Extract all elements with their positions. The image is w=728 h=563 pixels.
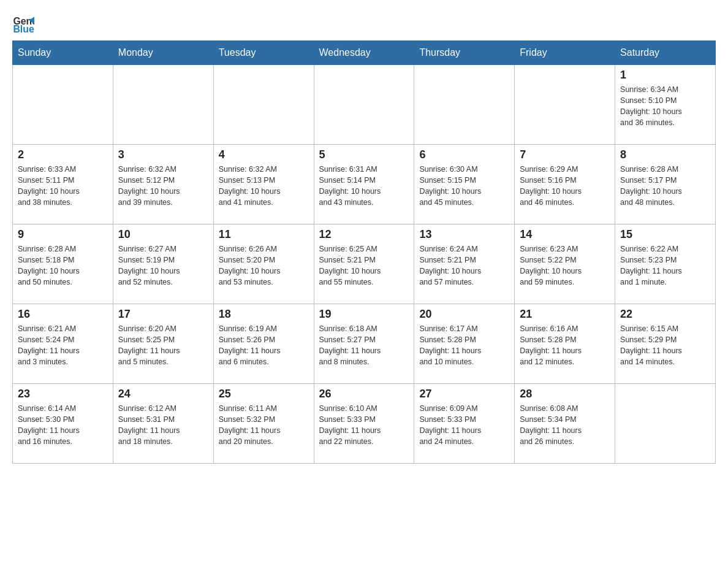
day-number: 24	[118, 388, 208, 400]
calendar-week-5: 23Sunrise: 6:14 AMSunset: 5:30 PMDayligh…	[13, 384, 716, 464]
calendar-cell: 22Sunrise: 6:15 AMSunset: 5:29 PMDayligh…	[615, 304, 716, 384]
day-number: 23	[18, 388, 108, 400]
day-number: 13	[419, 228, 509, 241]
day-info: Sunrise: 6:33 AMSunset: 5:11 PMDaylight:…	[18, 164, 108, 209]
day-info: Sunrise: 6:14 AMSunset: 5:30 PMDaylight:…	[18, 403, 108, 448]
day-number: 9	[18, 228, 108, 241]
calendar-week-2: 2Sunrise: 6:33 AMSunset: 5:11 PMDaylight…	[13, 145, 716, 224]
day-info: Sunrise: 6:18 AMSunset: 5:27 PMDaylight:…	[319, 323, 409, 368]
page-header: General Blue	[12, 12, 716, 34]
calendar-cell	[515, 65, 615, 145]
day-info: Sunrise: 6:23 AMSunset: 5:22 PMDaylight:…	[520, 243, 610, 288]
calendar-cell: 16Sunrise: 6:21 AMSunset: 5:24 PMDayligh…	[13, 304, 113, 384]
day-info: Sunrise: 6:26 AMSunset: 5:20 PMDaylight:…	[219, 243, 309, 288]
calendar-cell	[213, 65, 314, 145]
day-info: Sunrise: 6:32 AMSunset: 5:13 PMDaylight:…	[219, 164, 309, 209]
day-number: 17	[118, 308, 208, 321]
calendar-cell: 20Sunrise: 6:17 AMSunset: 5:28 PMDayligh…	[414, 304, 515, 384]
calendar-cell	[13, 65, 113, 145]
day-info: Sunrise: 6:21 AMSunset: 5:24 PMDaylight:…	[18, 323, 108, 368]
day-number: 28	[520, 388, 610, 400]
calendar-week-4: 16Sunrise: 6:21 AMSunset: 5:24 PMDayligh…	[13, 304, 716, 384]
day-number: 25	[219, 388, 309, 400]
day-info: Sunrise: 6:09 AMSunset: 5:33 PMDaylight:…	[419, 403, 509, 448]
day-info: Sunrise: 6:17 AMSunset: 5:28 PMDaylight:…	[419, 323, 509, 368]
calendar-cell: 17Sunrise: 6:20 AMSunset: 5:25 PMDayligh…	[113, 304, 213, 384]
day-info: Sunrise: 6:12 AMSunset: 5:31 PMDaylight:…	[118, 403, 208, 448]
day-info: Sunrise: 6:28 AMSunset: 5:18 PMDaylight:…	[18, 243, 108, 288]
weekday-header-row: SundayMondayTuesdayWednesdayThursdayFrid…	[13, 41, 716, 65]
calendar-cell: 10Sunrise: 6:27 AMSunset: 5:19 PMDayligh…	[113, 224, 213, 304]
day-info: Sunrise: 6:27 AMSunset: 5:19 PMDaylight:…	[118, 243, 208, 288]
calendar-cell: 13Sunrise: 6:24 AMSunset: 5:21 PMDayligh…	[414, 224, 515, 304]
calendar-table: SundayMondayTuesdayWednesdayThursdayFrid…	[12, 40, 716, 464]
day-info: Sunrise: 6:16 AMSunset: 5:28 PMDaylight:…	[520, 323, 610, 368]
calendar-cell: 21Sunrise: 6:16 AMSunset: 5:28 PMDayligh…	[515, 304, 615, 384]
day-info: Sunrise: 6:11 AMSunset: 5:32 PMDaylight:…	[219, 403, 309, 448]
calendar-cell: 11Sunrise: 6:26 AMSunset: 5:20 PMDayligh…	[213, 224, 314, 304]
day-info: Sunrise: 6:24 AMSunset: 5:21 PMDaylight:…	[419, 243, 509, 288]
day-number: 22	[620, 308, 710, 321]
calendar-cell	[414, 65, 515, 145]
calendar-cell: 28Sunrise: 6:08 AMSunset: 5:34 PMDayligh…	[515, 384, 615, 464]
day-info: Sunrise: 6:31 AMSunset: 5:14 PMDaylight:…	[319, 164, 409, 209]
day-number: 11	[219, 228, 309, 241]
weekday-header-tuesday: Tuesday	[213, 41, 314, 65]
day-number: 26	[319, 388, 409, 400]
day-number: 19	[319, 308, 409, 321]
logo: General Blue	[12, 12, 38, 34]
calendar-cell: 12Sunrise: 6:25 AMSunset: 5:21 PMDayligh…	[314, 224, 414, 304]
day-info: Sunrise: 6:08 AMSunset: 5:34 PMDaylight:…	[520, 403, 610, 448]
day-number: 20	[419, 308, 509, 321]
calendar-cell	[314, 65, 414, 145]
day-number: 21	[520, 308, 610, 321]
day-number: 6	[419, 148, 509, 161]
day-number: 2	[18, 148, 108, 161]
calendar-cell: 27Sunrise: 6:09 AMSunset: 5:33 PMDayligh…	[414, 384, 515, 464]
calendar-cell: 4Sunrise: 6:32 AMSunset: 5:13 PMDaylight…	[213, 145, 314, 224]
day-number: 18	[219, 308, 309, 321]
day-info: Sunrise: 6:34 AMSunset: 5:10 PMDaylight:…	[620, 84, 710, 129]
calendar-cell: 14Sunrise: 6:23 AMSunset: 5:22 PMDayligh…	[515, 224, 615, 304]
calendar-cell: 24Sunrise: 6:12 AMSunset: 5:31 PMDayligh…	[113, 384, 213, 464]
day-number: 16	[18, 308, 108, 321]
day-info: Sunrise: 6:10 AMSunset: 5:33 PMDaylight:…	[319, 403, 409, 448]
day-info: Sunrise: 6:29 AMSunset: 5:16 PMDaylight:…	[520, 164, 610, 209]
calendar-cell: 15Sunrise: 6:22 AMSunset: 5:23 PMDayligh…	[615, 224, 716, 304]
day-number: 5	[319, 148, 409, 161]
weekday-header-sunday: Sunday	[13, 41, 113, 65]
day-info: Sunrise: 6:15 AMSunset: 5:29 PMDaylight:…	[620, 323, 710, 368]
calendar-week-1: 1Sunrise: 6:34 AMSunset: 5:10 PMDaylight…	[13, 65, 716, 145]
calendar-cell: 26Sunrise: 6:10 AMSunset: 5:33 PMDayligh…	[314, 384, 414, 464]
day-number: 4	[219, 148, 309, 161]
day-number: 8	[620, 148, 710, 161]
day-number: 1	[620, 69, 710, 82]
calendar-cell	[615, 384, 716, 464]
day-number: 12	[319, 228, 409, 241]
logo-icon: General Blue	[12, 12, 34, 34]
day-info: Sunrise: 6:32 AMSunset: 5:12 PMDaylight:…	[118, 164, 208, 209]
day-info: Sunrise: 6:22 AMSunset: 5:23 PMDaylight:…	[620, 243, 710, 288]
day-number: 15	[620, 228, 710, 241]
calendar-cell: 3Sunrise: 6:32 AMSunset: 5:12 PMDaylight…	[113, 145, 213, 224]
calendar-cell: 6Sunrise: 6:30 AMSunset: 5:15 PMDaylight…	[414, 145, 515, 224]
calendar-cell: 9Sunrise: 6:28 AMSunset: 5:18 PMDaylight…	[13, 224, 113, 304]
day-info: Sunrise: 6:25 AMSunset: 5:21 PMDaylight:…	[319, 243, 409, 288]
calendar-cell: 5Sunrise: 6:31 AMSunset: 5:14 PMDaylight…	[314, 145, 414, 224]
day-info: Sunrise: 6:28 AMSunset: 5:17 PMDaylight:…	[620, 164, 710, 209]
day-info: Sunrise: 6:30 AMSunset: 5:15 PMDaylight:…	[419, 164, 509, 209]
calendar-cell: 2Sunrise: 6:33 AMSunset: 5:11 PMDaylight…	[13, 145, 113, 224]
day-number: 3	[118, 148, 208, 161]
day-number: 27	[419, 388, 509, 400]
calendar-cell: 18Sunrise: 6:19 AMSunset: 5:26 PMDayligh…	[213, 304, 314, 384]
day-info: Sunrise: 6:19 AMSunset: 5:26 PMDaylight:…	[219, 323, 309, 368]
day-number: 14	[520, 228, 610, 241]
day-info: Sunrise: 6:20 AMSunset: 5:25 PMDaylight:…	[118, 323, 208, 368]
day-number: 7	[520, 148, 610, 161]
day-number: 10	[118, 228, 208, 241]
calendar-cell: 23Sunrise: 6:14 AMSunset: 5:30 PMDayligh…	[13, 384, 113, 464]
weekday-header-thursday: Thursday	[414, 41, 515, 65]
svg-text:Blue: Blue	[13, 24, 34, 34]
weekday-header-wednesday: Wednesday	[314, 41, 414, 65]
weekday-header-monday: Monday	[113, 41, 213, 65]
